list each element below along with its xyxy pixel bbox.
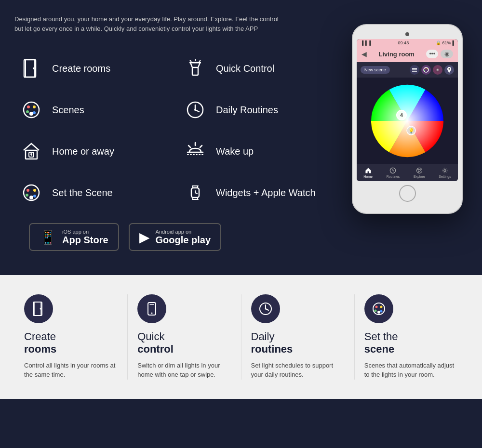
svg-line-25: [200, 145, 202, 147]
nav-routines[interactable]: Routines: [387, 167, 400, 178]
nav-explore-label: Explore: [414, 175, 425, 178]
bottom-phone-icon: [137, 294, 166, 323]
phone-frame: ▐▐ ▐ 09:43 🔒 61%▐ ◀ Living room ••• ◉ Ne…: [352, 24, 463, 214]
set-scene-label: Set the Scene: [52, 187, 113, 198]
nav-explore[interactable]: Explore: [414, 167, 425, 178]
svg-point-49: [424, 70, 425, 71]
quick-control-label: Quick Control: [216, 63, 274, 74]
phone-top-area: [357, 32, 458, 36]
bottom-set-scene-desc: Scenes that automatically adjust to the …: [364, 361, 458, 380]
android-store-button[interactable]: ▶ Android app on Google play: [129, 223, 221, 251]
clock-icon: [183, 98, 207, 122]
store-buttons: 📱 iOS app on App Store ▶ Android app on …: [14, 213, 342, 265]
svg-text:💡: 💡: [408, 128, 415, 134]
phone-screen: ▐▐ ▐ 09:43 🔒 61%▐ ◀ Living room ••• ◉ Ne…: [357, 39, 458, 181]
feature-scenes: Scenes: [14, 89, 178, 131]
feature-widgets: Widgets + Apple Watch: [178, 172, 342, 213]
nav-home-label: Home: [363, 175, 373, 178]
nav-home[interactable]: Home: [363, 167, 373, 178]
phone-status-bar: ▐▐ ▐ 09:43 🔒 61%▐: [357, 39, 458, 47]
home-lock-icon: [19, 139, 43, 163]
bottom-daily-routines: Daily routines Set light schedules to su…: [241, 294, 355, 380]
color-wheel-svg: 4 💡: [369, 82, 446, 159]
phone-camera: [405, 32, 409, 36]
bottom-quick-control-title: Quick control: [137, 330, 231, 356]
svg-point-14: [29, 112, 33, 116]
svg-point-50: [435, 67, 440, 72]
svg-point-29: [27, 189, 29, 192]
phone-mockup: ▐▐ ▐ 09:43 🔒 61%▐ ◀ Living room ••• ◉ Ne…: [352, 14, 468, 265]
svg-line-7: [190, 60, 191, 62]
nav-routines-label: Routines: [387, 175, 400, 178]
nav-settings[interactable]: Settings: [439, 167, 451, 178]
widgets-label: Widgets + Apple Watch: [216, 187, 316, 198]
color-wheel-tab-icon: [433, 65, 442, 75]
palette-icon: [19, 98, 43, 122]
svg-point-12: [26, 110, 29, 113]
bottom-set-scene: Set the scene Scenes that automatically …: [355, 294, 468, 380]
svg-point-48: [427, 68, 428, 69]
room-name: Living room: [379, 51, 415, 58]
svg-point-73: [265, 308, 266, 310]
svg-point-66: [40, 308, 41, 310]
android-store-small: Android app on: [156, 229, 211, 235]
bottom-clock-icon: [251, 294, 280, 323]
nav-settings-label: Settings: [439, 175, 451, 178]
svg-rect-4: [192, 67, 198, 75]
create-rooms-label: Create rooms: [52, 63, 110, 74]
feature-wake-up: Wake up: [178, 131, 342, 172]
feature-set-scene: Set the Scene: [14, 172, 178, 213]
list-tab-icon: [410, 65, 419, 75]
svg-point-21: [30, 153, 32, 155]
svg-point-46: [424, 67, 428, 72]
apple-icon: 📱: [40, 229, 56, 245]
google-play-icon: ▶: [139, 229, 150, 245]
phone-home-button[interactable]: [399, 185, 416, 202]
feature-quick-control: Quick Control: [178, 48, 342, 89]
svg-text:4: 4: [400, 113, 403, 118]
svg-point-33: [29, 196, 33, 199]
svg-point-76: [380, 306, 382, 308]
ios-store-small: iOS app on: [62, 229, 108, 235]
svg-point-47: [425, 68, 426, 69]
svg-point-32: [33, 195, 36, 198]
new-scene-tab[interactable]: New scene: [361, 66, 390, 74]
svg-point-78: [380, 310, 382, 313]
android-store-large: Google play: [156, 235, 211, 245]
feature-home-away: Home or away: [14, 131, 178, 172]
svg-point-11: [33, 105, 36, 108]
description-text: Designed around you, your home and your …: [14, 14, 284, 33]
bottom-create-rooms-title: Create rooms: [24, 330, 118, 356]
bottom-daily-routines-title: Daily routines: [251, 330, 345, 356]
ios-store-large: App Store: [62, 235, 108, 245]
svg-line-8: [199, 60, 201, 62]
bottom-quick-control-desc: Switch or dim all lights in your home wi…: [137, 361, 231, 380]
svg-line-60: [393, 171, 394, 171]
feature-daily-routines: Daily Routines: [178, 89, 342, 131]
bottom-section: Create rooms Control all lights in your …: [0, 275, 482, 399]
feature-create-rooms: Create rooms: [14, 48, 178, 89]
location-tab-icon: [444, 65, 454, 75]
torch-icon: [183, 56, 207, 80]
palette2-icon: [19, 181, 43, 205]
bottom-palette-icon: [364, 294, 393, 323]
daily-routines-label: Daily Routines: [216, 105, 278, 116]
phone-header-icons: ••• ◉: [426, 50, 453, 58]
ios-store-button[interactable]: 📱 iOS app on App Store: [29, 223, 119, 251]
svg-point-77: [374, 310, 376, 312]
phone-tab-icons: [410, 65, 454, 75]
bottom-set-scene-title: Set the scene: [364, 330, 458, 356]
door-icon: [19, 56, 43, 80]
bottom-quick-control: Quick control Switch or dim all lights i…: [128, 294, 241, 380]
phone-tabs: New scene: [357, 62, 458, 78]
bottom-daily-routines-desc: Set light schedules to support your dail…: [251, 361, 345, 380]
home-away-label: Home or away: [52, 146, 114, 157]
scenes-label: Scenes: [52, 105, 84, 116]
bottom-create-rooms: Create rooms Control all lights in your …: [14, 294, 128, 380]
svg-point-18: [194, 109, 196, 111]
svg-point-31: [26, 194, 28, 197]
svg-point-51: [449, 68, 450, 70]
svg-point-68: [151, 313, 153, 314]
phone-nav-bar: Home Routines Explore Settings: [357, 164, 458, 181]
svg-point-53: [371, 85, 443, 157]
